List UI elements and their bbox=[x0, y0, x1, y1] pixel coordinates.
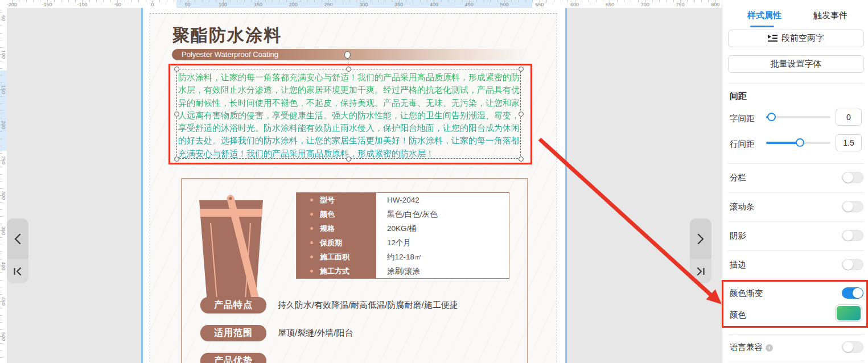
vertical-ruler: 50100150200250300350400450500 bbox=[0, 8, 7, 363]
poster-title[interactable]: 聚酯防水涂料 bbox=[172, 24, 282, 47]
ruler-label: 450 bbox=[1, 297, 6, 304]
ruler-tick bbox=[638, 0, 639, 2]
toggle-row-label-4: 描边 bbox=[730, 259, 746, 270]
ruler-tick bbox=[673, 0, 674, 2]
spec-label-cell: 施工方式 bbox=[297, 264, 376, 278]
ruler-label: 50 bbox=[185, 2, 191, 7]
分栏-toggle[interactable] bbox=[842, 172, 863, 183]
滚动条-toggle[interactable] bbox=[842, 201, 863, 212]
line-spacing-label: 行间距 bbox=[730, 139, 755, 150]
letter-spacing-slider[interactable] bbox=[766, 116, 830, 118]
ruler-tick bbox=[0, 259, 2, 259]
prev-page-button[interactable] bbox=[7, 218, 28, 259]
page-edge-line-left bbox=[141, 8, 143, 363]
ruler-tick bbox=[138, 0, 139, 2]
tab-style-properties[interactable]: 样式属性 bbox=[747, 10, 781, 21]
line-spacing-slider-knob[interactable] bbox=[796, 138, 804, 147]
tab-trigger-events[interactable]: 触发事件 bbox=[813, 10, 848, 21]
ruler-label: 400 bbox=[1, 262, 6, 269]
ruler-tick bbox=[427, 0, 427, 2]
letter-spacing-input[interactable]: 0 bbox=[836, 109, 862, 126]
line-spacing-slider[interactable] bbox=[766, 142, 830, 144]
ruler-label: 700 bbox=[641, 2, 649, 7]
divider bbox=[728, 361, 864, 361]
language-compat-toggle[interactable] bbox=[842, 341, 863, 353]
spec-row: 颜色黑色/白色/灰色 bbox=[297, 207, 509, 221]
spec-value-cell: 黑色/白色/灰色 bbox=[376, 207, 509, 221]
ruler-label: 350 bbox=[1, 226, 6, 233]
ruler-tick bbox=[0, 287, 2, 287]
ruler-tick bbox=[483, 0, 484, 2]
ruler-tick bbox=[0, 322, 2, 323]
ruler-tick bbox=[0, 12, 2, 13]
batch-set-font-button[interactable]: 批量设置字体 bbox=[728, 55, 864, 73]
poster-subtitle-banner[interactable]: Polyester Waterproof Coating bbox=[172, 49, 541, 60]
ruler-tick bbox=[174, 0, 174, 2]
editor-canvas[interactable]: 聚酯防水涂料 Polyester Waterproof Coating 防水涂料… bbox=[7, 8, 722, 363]
ruler-tick bbox=[659, 0, 660, 2]
letter-spacing-slider-knob[interactable] bbox=[767, 113, 776, 121]
spec-label-text: 型号 bbox=[320, 195, 335, 205]
divider bbox=[728, 83, 864, 84]
ruler-tick bbox=[322, 0, 322, 2]
spec-label-cell: 颜色 bbox=[297, 207, 376, 221]
ruler-tick bbox=[265, 0, 266, 2]
ruler-tick bbox=[0, 26, 2, 26]
feature-badge[interactable]: 产品优势 bbox=[200, 353, 266, 363]
page-nav-right bbox=[690, 218, 711, 283]
bullet-icon bbox=[310, 213, 313, 216]
ruler-tick bbox=[455, 0, 455, 2]
ruler-tick bbox=[54, 0, 55, 2]
spec-label-text: 保质期 bbox=[320, 238, 342, 248]
ruler-label: -50 bbox=[114, 2, 121, 7]
toggle-knob bbox=[843, 230, 853, 241]
spec-label-cell: 施工面积 bbox=[297, 250, 376, 264]
feature-badge[interactable]: 产品特点 bbox=[200, 297, 266, 314]
spec-row: 施工面积约12-18㎡ bbox=[297, 250, 509, 264]
ruler-tick bbox=[307, 0, 308, 2]
ruler-tick bbox=[497, 0, 498, 2]
first-page-button[interactable] bbox=[7, 259, 28, 283]
ruler-tick bbox=[701, 0, 702, 2]
letter-spacing-label: 字间距 bbox=[730, 113, 755, 124]
spec-label-cell: 保质期 bbox=[297, 236, 376, 250]
ruler-tick bbox=[96, 0, 97, 2]
ruler-tick bbox=[0, 75, 2, 76]
ruler-tick bbox=[603, 0, 603, 2]
ruler-tick bbox=[420, 0, 421, 2]
ruler-tick bbox=[0, 315, 2, 316]
ruler-tick bbox=[110, 0, 111, 2]
line-spacing-input[interactable]: 1.5 bbox=[836, 134, 862, 151]
ruler-label: 250 bbox=[1, 156, 6, 163]
annotation-red-box-panel bbox=[722, 280, 868, 328]
batch-font-button-label: 批量设置字体 bbox=[771, 59, 822, 69]
ruler-tick bbox=[68, 0, 69, 2]
ruler-tick bbox=[0, 47, 2, 48]
ruler-tick bbox=[0, 308, 2, 308]
ruler-tick bbox=[314, 0, 315, 2]
rotation-handle[interactable] bbox=[344, 51, 351, 59]
ruler-tick bbox=[349, 0, 350, 2]
阴影-toggle[interactable] bbox=[842, 230, 863, 241]
ruler-tick bbox=[392, 0, 392, 2]
feature-badge[interactable]: 适用范围 bbox=[200, 325, 266, 341]
描边-toggle[interactable] bbox=[842, 259, 863, 270]
language-compat-label: 语言兼容i bbox=[730, 342, 773, 353]
ruler-tick bbox=[0, 329, 2, 330]
ruler-tick bbox=[230, 0, 231, 2]
ruler-label: 500 bbox=[500, 2, 508, 7]
info-icon[interactable]: i bbox=[766, 344, 773, 352]
ruler-tick bbox=[0, 118, 2, 118]
chevron-right-icon bbox=[697, 233, 705, 245]
ruler-tick bbox=[40, 0, 40, 2]
ruler-tick bbox=[554, 0, 554, 2]
offpage-area-left bbox=[7, 8, 141, 363]
ruler-tick bbox=[0, 350, 2, 351]
next-page-button[interactable] bbox=[690, 218, 711, 259]
bullet-icon bbox=[310, 241, 313, 244]
ruler-label: 250 bbox=[324, 2, 332, 7]
indent-two-chars-button[interactable]: 段前空两字 bbox=[728, 30, 864, 47]
spec-table[interactable]: 型号HW-2042颜色黑色/白色/灰色规格20KG/桶保质期12个月施工面积约1… bbox=[296, 192, 509, 279]
ruler-tick bbox=[272, 0, 273, 2]
ruler-tick bbox=[159, 0, 160, 2]
